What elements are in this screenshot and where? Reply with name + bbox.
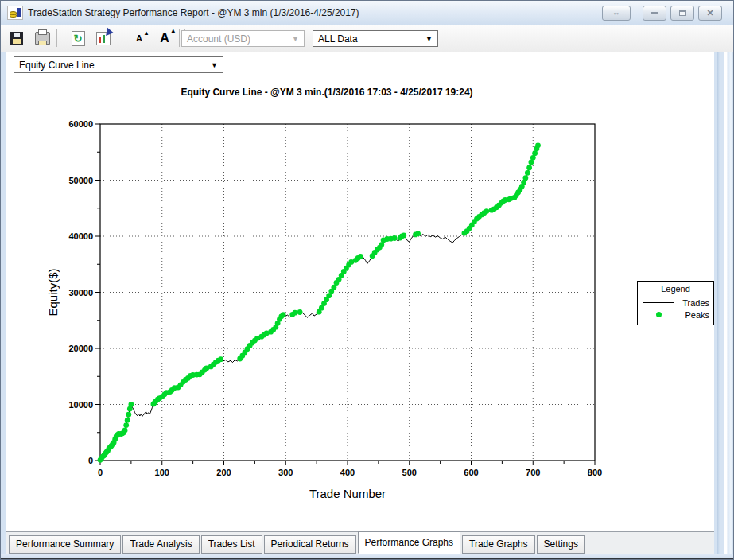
svg-text:Trade Number: Trade Number	[309, 487, 386, 500]
tab-performance-summary[interactable]: Performance Summary	[9, 535, 121, 554]
close-icon: ✕	[706, 8, 713, 18]
chart-title: Equity Curve Line - @YM 3 min.(1/3/2016 …	[45, 87, 609, 98]
data-range-dropdown-value: ALL Data	[318, 33, 358, 45]
svg-text:50000: 50000	[68, 176, 93, 185]
toolbar-separator	[118, 29, 118, 47]
svg-text:600: 600	[464, 468, 478, 477]
tab-trade-analysis[interactable]: Trade Analysis	[122, 535, 199, 554]
save-button[interactable]	[7, 29, 26, 48]
svg-text:800: 800	[588, 468, 602, 477]
decrease-font-icon: A▴	[136, 33, 142, 43]
decrease-font-button[interactable]: A▴	[130, 29, 149, 48]
refresh-button[interactable]: ↻	[68, 29, 87, 48]
save-icon	[10, 32, 23, 45]
tab-trade-graphs[interactable]: Trade Graphs	[462, 535, 535, 554]
increase-font-icon: A▴	[160, 31, 169, 45]
resize-horizontal-icon: ⇔	[612, 8, 621, 18]
resize-horizontal-button[interactable]: ⇔	[602, 6, 631, 21]
toolbar-separator	[179, 29, 180, 47]
svg-text:400: 400	[340, 468, 355, 477]
tab-periodical-returns[interactable]: Periodical Returns	[264, 535, 356, 554]
svg-text:500: 500	[402, 468, 417, 477]
legend-entry-trades: Trades	[642, 297, 709, 309]
toolbar-separator	[56, 29, 57, 47]
legend-label: Peaks	[685, 310, 709, 320]
trades-line-icon	[643, 302, 674, 303]
svg-text:0: 0	[88, 456, 93, 465]
svg-text:100: 100	[155, 468, 169, 477]
svg-text:60000: 60000	[68, 119, 93, 129]
account-dropdown-value: Account (USD)	[187, 33, 250, 45]
equity-curve-chart: 0100200300400500600700800010000200003000…	[45, 112, 649, 502]
maximize-icon	[679, 10, 686, 16]
peaks-dot-icon	[656, 312, 662, 317]
graph-type-dropdown[interactable]: Equity Curve Line ▼	[14, 56, 223, 73]
legend-entry-peaks: Peaks	[642, 309, 709, 321]
chart-legend: Legend Trades Peaks	[637, 281, 714, 325]
account-dropdown[interactable]: Account (USD) ▼	[181, 30, 305, 47]
tab-trades-list[interactable]: Trades List	[201, 535, 262, 554]
chevron-down-icon: ▼	[211, 61, 218, 69]
close-button[interactable]: ✕	[698, 6, 722, 21]
tab-settings[interactable]: Settings	[537, 535, 585, 554]
maximize-button[interactable]	[670, 6, 694, 21]
svg-text:30000: 30000	[68, 288, 93, 298]
refresh-icon: ↻	[72, 31, 85, 46]
graph-settings-icon	[96, 32, 111, 45]
increase-font-button[interactable]: A▴	[155, 29, 174, 48]
data-range-dropdown[interactable]: ALL Data ▼	[313, 30, 438, 47]
svg-text:300: 300	[278, 468, 293, 477]
tab-performance-graphs[interactable]: Performance Graphs	[358, 531, 460, 554]
print-button[interactable]	[33, 29, 52, 48]
graph-settings-button[interactable]	[94, 29, 113, 48]
legend-title: Legend	[642, 284, 709, 294]
chevron-down-icon: ▼	[292, 35, 299, 43]
svg-text:200: 200	[216, 468, 231, 477]
legend-label: Trades	[682, 298, 709, 308]
svg-text:Equity($): Equity($)	[46, 268, 60, 316]
svg-text:0: 0	[98, 468, 103, 477]
graph-type-dropdown-value: Equity Curve Line	[19, 60, 95, 71]
minimize-icon	[651, 12, 658, 14]
chevron-down-icon: ▼	[425, 35, 433, 43]
app-window: TradeStation Strategy Performance Report…	[0, 0, 734, 560]
svg-text:10000: 10000	[68, 400, 93, 410]
svg-text:40000: 40000	[68, 231, 93, 241]
print-icon	[35, 32, 50, 45]
svg-text:20000: 20000	[68, 344, 93, 353]
report-tab-strip: Performance Summary Trade Analysis Trade…	[6, 532, 714, 554]
title-bar: TradeStation Strategy Performance Report…	[1, 1, 733, 25]
right-frame-strip	[717, 52, 733, 560]
window-title: TradeStation Strategy Performance Report…	[28, 7, 359, 18]
app-icon	[7, 6, 23, 20]
minimize-button[interactable]	[643, 6, 666, 21]
bottom-frame	[1, 554, 733, 560]
svg-text:700: 700	[526, 468, 540, 477]
